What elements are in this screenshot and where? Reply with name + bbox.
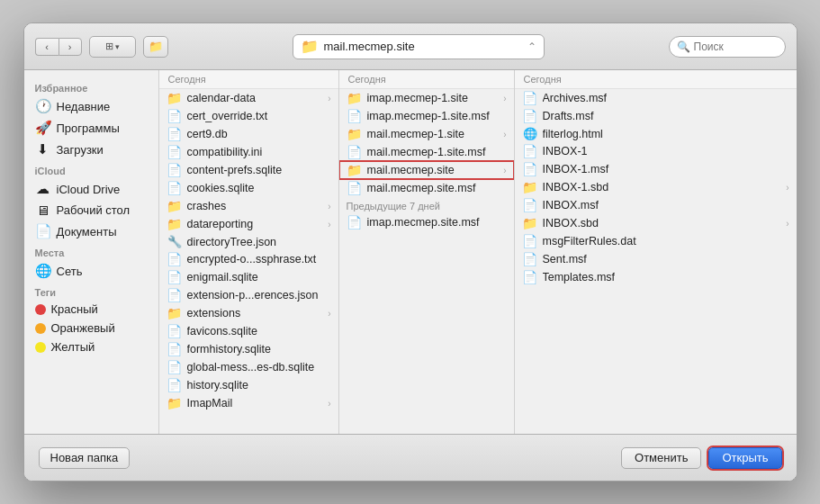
- sidebar-item-recent[interactable]: 🕐 Недавние: [24, 95, 158, 117]
- search-icon: 🔍: [677, 40, 690, 53]
- list-item[interactable]: 📄 encrypted-o...ssphrase.txt: [159, 250, 338, 268]
- list-item[interactable]: 📄 imap.mecmep.site.msf: [339, 213, 514, 231]
- list-item[interactable]: 📄 cookies.sqlite: [159, 179, 338, 197]
- list-item[interactable]: 📁 datareporting ›: [159, 215, 338, 233]
- item-label: encrypted-o...ssphrase.txt: [187, 253, 331, 266]
- list-item[interactable]: 📄 INBOX.msf: [515, 196, 797, 214]
- tags-section-title: Теги: [24, 282, 158, 300]
- sidebar-item-tag-yellow[interactable]: Желтый: [24, 338, 158, 356]
- item-label: Sent.msf: [543, 253, 789, 266]
- sidebar-item-recent-label: Недавние: [57, 100, 111, 113]
- sidebar-item-downloads[interactable]: ⬇ Загрузки: [24, 139, 158, 160]
- back-button[interactable]: ‹: [35, 38, 59, 56]
- item-label: Drafts.msf: [543, 110, 789, 122]
- item-label: extensions: [187, 307, 324, 320]
- list-item[interactable]: 📄 global-mess...es-db.sqlite: [159, 358, 338, 376]
- folder-icon: 📁: [167, 396, 183, 410]
- sidebar-item-tag-orange[interactable]: Оранжевый: [24, 319, 158, 338]
- folder-icon: 📁: [347, 127, 363, 141]
- list-item[interactable]: 📄 enigmail.sqlite: [159, 268, 338, 286]
- mail-mecmep-site-item[interactable]: 📁 mail.mecmep.site ›: [339, 161, 514, 179]
- list-item[interactable]: 📄 mail.mecmep.site.msf: [339, 179, 514, 197]
- titlebar: ‹ › ⊞ ▾ 📁 📁 mail.mecmep.site ⌃ 🔍: [24, 23, 797, 70]
- column-1-list: 📁 calendar-data › 📄 cert_override.txt 📄 …: [159, 89, 338, 434]
- cancel-button[interactable]: Отменить: [621, 447, 701, 469]
- item-label: cert_override.txt: [187, 110, 331, 122]
- folder-icon: 📁: [347, 91, 363, 105]
- list-item[interactable]: 📄 Drafts.msf: [515, 107, 797, 125]
- html-file-icon: 🌐: [522, 127, 538, 140]
- places-section-title: Места: [24, 242, 158, 260]
- sidebar-item-apps[interactable]: 🚀 Программы: [24, 117, 158, 139]
- arrow-icon: ›: [328, 220, 330, 230]
- list-item[interactable]: 📁 INBOX.sbd ›: [515, 214, 797, 232]
- folder-button[interactable]: 📁: [143, 36, 168, 58]
- file-icon: 📄: [167, 288, 183, 302]
- view-button[interactable]: ⊞ ▾: [89, 36, 136, 58]
- list-item[interactable]: 📄 compatibility.ini: [159, 143, 338, 161]
- open-button[interactable]: Открыть: [708, 447, 781, 469]
- file-icon: 📄: [347, 145, 363, 159]
- tag-orange-dot: [35, 323, 46, 334]
- forward-button[interactable]: ›: [59, 38, 82, 56]
- list-item[interactable]: 📁 imap.mecmep-1.site ›: [339, 89, 514, 107]
- item-label: datareporting: [187, 218, 324, 230]
- list-item[interactable]: 📄 extension-p...erences.json: [159, 286, 338, 304]
- list-item[interactable]: 📄 Templates.msf: [515, 268, 797, 286]
- list-item[interactable]: 📄 content-prefs.sqlite: [159, 161, 338, 179]
- search-bar[interactable]: 🔍: [669, 36, 786, 58]
- file-icon: 📄: [347, 215, 363, 230]
- file-icon: 📄: [167, 252, 183, 266]
- list-item[interactable]: 📄 mail.mecmep-1.site.msf: [339, 143, 514, 161]
- sidebar-item-apps-label: Программы: [57, 122, 120, 135]
- list-item[interactable]: 📄 Archives.msf: [515, 89, 797, 107]
- item-label: calendar-data: [187, 92, 324, 104]
- list-item[interactable]: 📄 formhistory.sqlite: [159, 340, 338, 358]
- arrow-icon: ›: [328, 94, 330, 104]
- icloud-drive-icon: ☁: [35, 181, 51, 197]
- new-folder-button[interactable]: Новая папка: [39, 447, 131, 469]
- path-text: mail.mecmep.site: [324, 40, 522, 53]
- list-item[interactable]: 📁 extensions ›: [159, 304, 338, 322]
- list-item[interactable]: 📄 msgFilterRules.dat: [515, 232, 797, 250]
- file-icon: 📄: [522, 252, 538, 266]
- list-item[interactable]: 📄 favicons.sqlite: [159, 322, 338, 340]
- item-label: Archives.msf: [543, 92, 789, 104]
- list-item[interactable]: 🌐 filterlog.html: [515, 125, 797, 142]
- path-bar[interactable]: 📁 mail.mecmep.site ⌃: [293, 34, 545, 59]
- sidebar-item-documents-label: Документы: [57, 225, 117, 238]
- sidebar-item-desktop[interactable]: 🖥 Рабочий стол: [24, 200, 158, 220]
- column-1-header: Сегодня: [159, 70, 338, 89]
- folder-icon: 📁: [522, 180, 538, 194]
- file-icon: 📄: [167, 145, 183, 159]
- sidebar-item-network[interactable]: 🌐 Сеть: [24, 260, 158, 282]
- list-item[interactable]: 📁 crashes ›: [159, 197, 338, 215]
- list-item[interactable]: 📁 ImapMail ›: [159, 394, 338, 412]
- search-input[interactable]: [694, 40, 778, 53]
- sidebar-item-tag-yellow-label: Желтый: [51, 340, 95, 354]
- list-item[interactable]: 📄 history.sqlite: [159, 376, 338, 394]
- folder-icon: 📁: [149, 40, 163, 53]
- sidebar-item-tag-red[interactable]: Красный: [24, 300, 158, 319]
- forward-icon: ›: [68, 41, 72, 52]
- folder-icon: 📁: [522, 216, 538, 230]
- list-item[interactable]: 📁 INBOX-1.sbd ›: [515, 178, 797, 196]
- list-item[interactable]: 📄 cert9.db: [159, 125, 338, 143]
- list-item[interactable]: 📄 INBOX-1: [515, 142, 797, 160]
- list-item[interactable]: 🔧 directoryTree.json: [159, 233, 338, 250]
- item-label: INBOX-1: [543, 145, 789, 158]
- list-item[interactable]: 📁 calendar-data ›: [159, 89, 338, 107]
- sidebar-item-icloud-drive[interactable]: ☁ iCloud Drive: [24, 178, 158, 200]
- item-label: crashes: [187, 200, 324, 212]
- tag-yellow-dot: [35, 342, 46, 353]
- folder-icon: 📁: [167, 217, 183, 231]
- nav-buttons: ‹ ›: [35, 38, 82, 56]
- list-item[interactable]: 📄 imap.mecmep-1.site.msf: [339, 107, 514, 125]
- list-item[interactable]: 📄 Sent.msf: [515, 250, 797, 268]
- list-item[interactable]: 📁 mail.mecmep-1.site ›: [339, 125, 514, 143]
- item-label: imap.mecmep-1.site: [367, 92, 500, 104]
- sidebar-item-documents[interactable]: 📄 Документы: [24, 220, 158, 242]
- list-item[interactable]: 📄 INBOX-1.msf: [515, 160, 797, 178]
- item-label: content-prefs.sqlite: [187, 164, 331, 176]
- list-item[interactable]: 📄 cert_override.txt: [159, 107, 338, 125]
